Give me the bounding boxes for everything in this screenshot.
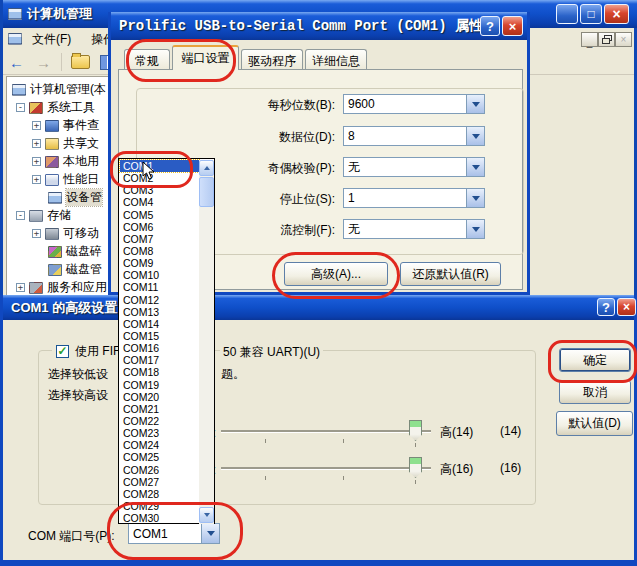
- chevron-down-icon[interactable]: [466, 95, 484, 113]
- dropdown-item-com14[interactable]: COM14: [120, 318, 199, 330]
- advanced-settings-dialog: COM1 的高级设置 ? × ✓ 使用 FIFO 50 兼容 UART)(U) …: [0, 295, 637, 566]
- dropdown-item-com27[interactable]: COM27: [120, 476, 199, 488]
- tab-driver[interactable]: 驱动程序: [241, 49, 303, 70]
- back-icon[interactable]: ←: [9, 54, 24, 71]
- chevron-down-icon[interactable]: [466, 220, 484, 238]
- tree-root[interactable]: 计算机管理(本: [12, 81, 106, 98]
- maximize-button[interactable]: □: [580, 4, 602, 24]
- annotation-com-port-combobox: [107, 502, 243, 560]
- dropdown-item-com19[interactable]: COM19: [120, 379, 199, 391]
- defaults-button[interactable]: 默认值(D): [556, 411, 633, 436]
- help-glyph: ?: [486, 20, 494, 33]
- com-port-dropdown-list[interactable]: COM1COM2COM3COM4COM5COM6COM7COM8COM9COM1…: [118, 158, 215, 524]
- dropdown-item-com23[interactable]: COM23: [120, 427, 199, 439]
- expand-icon[interactable]: +: [32, 139, 41, 148]
- dropdown-item-com25[interactable]: COM25: [120, 451, 199, 463]
- tree-item-removable-storage[interactable]: + 可移动: [32, 225, 99, 242]
- up-folder-icon[interactable]: [71, 55, 90, 69]
- bits-per-second-combobox[interactable]: 9600: [343, 94, 485, 114]
- tree-item-disk-defrag[interactable]: 磁盘碎: [48, 243, 102, 260]
- dropdown-item-com20[interactable]: COM20: [120, 391, 199, 403]
- mdi-minimize-button[interactable]: _: [581, 32, 598, 47]
- tree-item-local-users[interactable]: + 本地用: [32, 153, 99, 170]
- scroll-up-icon[interactable]: [199, 160, 214, 176]
- dropdown-item-com22[interactable]: COM22: [120, 415, 199, 427]
- annotation-ok-button: [548, 340, 637, 383]
- dropdown-item-com26[interactable]: COM26: [120, 464, 199, 476]
- properties-dialog-title: Prolific USB-to-Serial Comm Port (COM1) …: [119, 17, 483, 35]
- expand-icon[interactable]: +: [32, 175, 41, 184]
- field-label-parity: 奇偶校验(P):: [215, 160, 335, 177]
- tree-item-performance[interactable]: + 性能日: [32, 171, 99, 188]
- tree-item-system-tools[interactable]: - 系统工具: [16, 99, 95, 116]
- chevron-down-icon[interactable]: [466, 158, 484, 176]
- dropdown-item-com12[interactable]: COM12: [120, 294, 199, 306]
- tab-details[interactable]: 详细信息: [305, 49, 367, 70]
- tree-item-device-manager[interactable]: 设备管: [48, 189, 102, 206]
- minimize-glyph: _: [564, 12, 571, 24]
- tree-item-services[interactable]: + 服务和应用: [16, 279, 107, 296]
- dialog-close-button[interactable]: ×: [502, 16, 523, 36]
- dropdown-item-com16[interactable]: COM16: [120, 342, 199, 354]
- collapse-icon[interactable]: -: [16, 103, 25, 112]
- console-icon: [8, 33, 22, 45]
- restore-defaults-button[interactable]: 还原默认值(R): [400, 262, 501, 286]
- expand-icon[interactable]: +: [32, 157, 41, 166]
- cancel-button[interactable]: 取消: [559, 380, 631, 404]
- scrollbar-thumb[interactable]: [199, 177, 214, 207]
- dropdown-item-com13[interactable]: COM13: [120, 306, 199, 318]
- tree-label: 共享文: [63, 135, 99, 152]
- slider-tick: [415, 480, 416, 484]
- dropdown-item-com5[interactable]: COM5: [120, 209, 199, 221]
- slider-tick: [343, 476, 344, 480]
- tree-item-disk-management[interactable]: 磁盘管: [48, 261, 102, 278]
- menu-file[interactable]: 文件(F): [26, 29, 77, 50]
- dropdown-item-com18[interactable]: COM18: [120, 366, 199, 378]
- expand-icon[interactable]: +: [32, 229, 41, 238]
- transmit-buffer-slider-track[interactable]: [221, 467, 431, 470]
- close-button[interactable]: ×: [604, 4, 629, 24]
- tree-item-shared-folders[interactable]: + 共享文: [32, 135, 99, 152]
- tree-item-storage[interactable]: - 存储: [16, 207, 71, 224]
- parity-combobox[interactable]: 无: [343, 157, 485, 177]
- help-button[interactable]: ?: [597, 298, 615, 316]
- dropdown-item-com28[interactable]: COM28: [120, 488, 199, 500]
- dropdown-item-com6[interactable]: COM6: [120, 221, 199, 233]
- mdi-restore-button[interactable]: [598, 32, 615, 47]
- dropdown-item-com24[interactable]: COM24: [120, 439, 199, 451]
- tree-item-event-viewer[interactable]: + 事件查: [32, 117, 99, 134]
- minimize-button[interactable]: _: [556, 4, 578, 24]
- close-glyph: ×: [612, 7, 620, 21]
- tree-label: 性能日: [63, 171, 99, 188]
- chevron-down-icon[interactable]: [466, 127, 484, 145]
- dialog-close-button[interactable]: ×: [617, 298, 636, 316]
- field-label-stopbits: 停止位(S):: [215, 191, 335, 208]
- dropdown-item-com8[interactable]: COM8: [120, 245, 199, 257]
- mdi-close-button[interactable]: ×: [615, 32, 632, 47]
- dropdown-item-com7[interactable]: COM7: [120, 233, 199, 245]
- expand-icon[interactable]: +: [32, 121, 41, 130]
- dropdown-item-com10[interactable]: COM10: [120, 269, 199, 281]
- combobox-value: 1: [344, 190, 466, 206]
- dropdown-item-com4[interactable]: COM4: [120, 196, 199, 208]
- stop-bits-combobox[interactable]: 1: [343, 188, 485, 208]
- forward-icon[interactable]: →: [36, 54, 51, 71]
- dropdown-item-com15[interactable]: COM15: [120, 330, 199, 342]
- expand-icon[interactable]: +: [16, 283, 25, 292]
- fifo-checkbox[interactable]: ✓: [56, 345, 69, 358]
- dropdown-item-com9[interactable]: COM9: [120, 257, 199, 269]
- properties-dialog-titlebar[interactable]: Prolific USB-to-Serial Comm Port (COM1) …: [111, 12, 527, 40]
- dropdown-item-com21[interactable]: COM21: [120, 403, 199, 415]
- dropdown-scrollbar[interactable]: [199, 160, 214, 524]
- flow-control-combobox[interactable]: 无: [343, 219, 485, 239]
- shared-folders-icon: [45, 138, 59, 150]
- receive-buffer-slider-track[interactable]: [221, 430, 431, 433]
- dropdown-item-com17[interactable]: COM17: [120, 354, 199, 366]
- collapse-icon[interactable]: -: [16, 211, 25, 220]
- help-button[interactable]: ?: [480, 16, 500, 36]
- field-label-bits: 每秒位数(B):: [215, 97, 335, 114]
- data-bits-combobox[interactable]: 8: [343, 126, 485, 146]
- dropdown-item-com11[interactable]: COM11: [120, 281, 199, 293]
- tree-label: 事件查: [63, 117, 99, 134]
- chevron-down-icon[interactable]: [466, 189, 484, 207]
